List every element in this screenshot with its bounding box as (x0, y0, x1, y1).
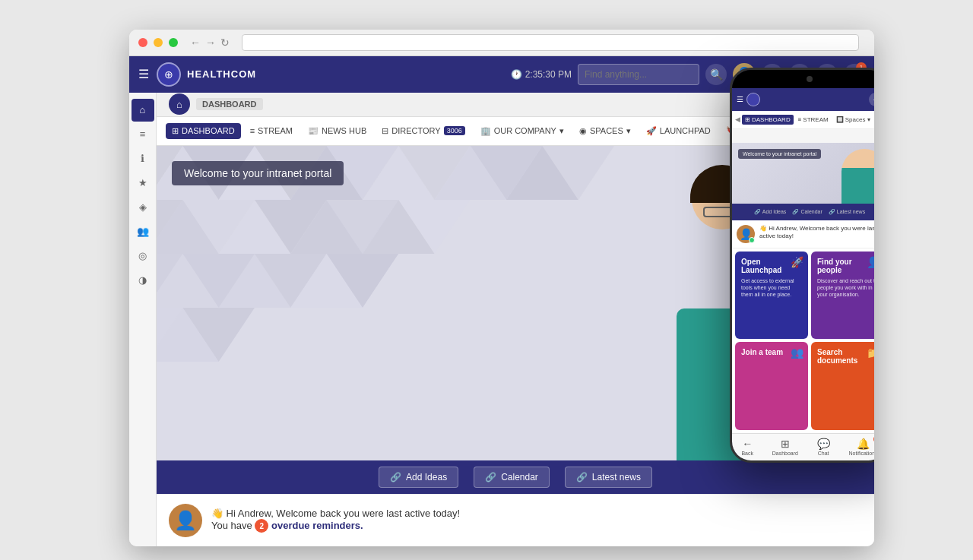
phone-hero: Welcome to your intranet portal (732, 143, 874, 204)
spaces-dropdown-icon: ▾ (626, 126, 631, 136)
phone-bottom-dashboard[interactable]: ⊞ Dashboard (772, 438, 798, 456)
phone-bottom-nav: ← Back ⊞ Dashboard 💬 Chat 🔔 Notification… (732, 433, 874, 460)
phone-calendar-btn[interactable]: 🔗 Calendar (792, 209, 822, 215)
phone-content: ☰ + ◀ ⊞ DASHBOARD ≡ STREAM 🔲 Spaces ▾ (732, 88, 874, 433)
phone-tile-launchpad[interactable]: 🚀 Open Launchpad Get access to external … (735, 252, 808, 340)
browser-chrome: ← → ↻ (129, 30, 874, 56)
action-bar: 🔗 Add Ideas 🔗 Calendar 🔗 Latest news (157, 460, 874, 494)
overdue-count-badge: 2 (255, 519, 268, 533)
phone-secondary-nav: ◀ ⊞ DASHBOARD ≡ STREAM 🔲 Spaces ▾ (732, 111, 874, 129)
phone-bottom-chat[interactable]: 💬 Chat (817, 438, 830, 456)
breadcrumb-label: DASHBOARD (196, 98, 263, 110)
clock-icon: 🕐 (511, 69, 522, 80)
phone-nav-dashboard[interactable]: ⊞ DASHBOARD (742, 115, 794, 125)
search-button[interactable]: 🔍 (705, 64, 727, 85)
user-avatar-large: 👤 (169, 504, 202, 537)
phone-bottom-back[interactable]: ← Back (741, 438, 753, 456)
phone-tile-join-team[interactable]: 👥 Join a team (735, 342, 808, 430)
overdue-message: You have 2 overdue reminders. (211, 519, 460, 533)
address-bar[interactable] (242, 34, 859, 51)
launchpad-icon: 🚀 (646, 126, 657, 136)
reload-icon[interactable]: ↻ (220, 36, 230, 49)
back-arrow-icon[interactable]: ← (190, 36, 201, 49)
hero-welcome-badge: Welcome to your intranet portal (172, 161, 344, 185)
browser-window: ← → ↻ ☰ ⊕ HEALTHCOM 🕐 2:35:30 PM 🔍 👤 + 🔗 (129, 30, 874, 546)
sidebar-item-info[interactable]: ℹ (132, 147, 154, 170)
phone-tile-people[interactable]: 👤 Find your people Discover and reach ou… (811, 252, 874, 340)
phone-add-ideas-btn[interactable]: 🔗 Add Ideas (754, 209, 787, 215)
add-ideas-icon: 🔗 (390, 472, 401, 482)
greeting-text: 👋 Hi Andrew, Welcome back you were last … (211, 508, 460, 519)
notifications-nav-icon: 🔔 (857, 438, 870, 450)
nav-newshub[interactable]: 📰 NEWS HUB (302, 123, 372, 139)
nav-directory[interactable]: ⊟ DIRECTORY 3006 (376, 123, 471, 139)
calendar-icon: 🔗 (485, 472, 496, 482)
phone-latest-news-btn[interactable]: 🔗 Latest news (829, 209, 865, 215)
logo-area: ⊕ HEALTHCOM (157, 62, 256, 87)
stream-icon: ≡ (250, 126, 255, 135)
search-docs-tile-icon: 📁 (867, 346, 874, 359)
phone-header: ☰ + (732, 88, 874, 111)
phone-logo (746, 93, 760, 106)
nav-dashboard[interactable]: ⊞ DASHBOARD (166, 123, 241, 139)
app-logo: ⊕ (157, 62, 181, 87)
hamburger-icon[interactable]: ☰ (138, 67, 149, 81)
nav-stream[interactable]: ≡ STREAM (244, 123, 299, 138)
close-dot[interactable] (138, 38, 147, 47)
latest-news-button[interactable]: 🔗 Latest news (565, 467, 652, 488)
phone-greeting-text: 👋 Hi Andrew, Welcome back you were last … (759, 225, 874, 241)
launchpad-tile-icon: 🚀 (791, 256, 803, 268)
news-icon: 📰 (308, 126, 319, 136)
online-indicator (749, 237, 755, 243)
phone-hamburger-icon[interactable]: ☰ (737, 95, 743, 103)
welcome-strip: 👤 👋 Hi Andrew, Welcome back you were las… (157, 494, 874, 546)
phone-welcome-msg: 👤 👋 Hi Andrew, Welcome back you were las… (732, 220, 874, 248)
phone-settings-row: ⚙ (732, 129, 874, 143)
company-icon: 🏢 (480, 126, 491, 136)
minimize-dot[interactable] (154, 38, 163, 47)
phone-nav-stream[interactable]: ≡ STREAM (795, 115, 832, 125)
sidebar-item-bookmark[interactable]: ◈ (132, 196, 154, 219)
phone-add-button[interactable]: + (869, 93, 874, 106)
global-search-input[interactable] (578, 64, 699, 85)
sidebar-item-half[interactable]: ◑ (132, 269, 154, 292)
nav-launchpad[interactable]: 🚀 LAUNCHPAD (640, 123, 717, 139)
maximize-dot[interactable] (169, 38, 178, 47)
nav-company[interactable]: 🏢 OUR COMPANY ▾ (474, 123, 570, 139)
phone-tiles: 🚀 Open Launchpad Get access to external … (732, 248, 874, 433)
directory-icon: ⊟ (382, 126, 388, 136)
header-time: 🕐 2:35:30 PM (511, 69, 572, 80)
sidebar-item-list[interactable]: ≡ (132, 123, 154, 146)
home-breadcrumb-icon[interactable]: ⌂ (169, 93, 190, 115)
latest-news-icon: 🔗 (576, 472, 588, 482)
sidebar-item-star[interactable]: ★ (132, 172, 154, 195)
phone-back-btn[interactable]: ◀ (735, 115, 740, 123)
phone-tile-search-docs[interactable]: 📁 Search documents (811, 342, 874, 430)
phone-notch (732, 70, 874, 88)
sidebar-item-home[interactable]: ⌂ (132, 99, 154, 122)
welcome-message: 👋 Hi Andrew, Welcome back you were last … (211, 508, 460, 533)
directory-badge: 3006 (444, 126, 465, 135)
nav-spaces[interactable]: ◉ SPACES ▾ (573, 123, 637, 139)
sidebar-item-circle[interactable]: ◎ (132, 245, 154, 267)
people-tile-icon: 👤 (867, 256, 874, 268)
browser-nav: ← → ↻ (190, 36, 230, 49)
spaces-icon: ◉ (579, 126, 587, 136)
phone-camera (807, 76, 813, 82)
phone-bottom-notifications[interactable]: 🔔 Notifications (848, 438, 874, 456)
calendar-button[interactable]: 🔗 Calendar (474, 467, 550, 488)
phone-welcome-badge: Welcome to your intranet portal (738, 149, 821, 159)
forward-arrow-icon[interactable]: → (205, 36, 216, 49)
dashboard-nav-icon: ⊞ (781, 438, 790, 450)
add-ideas-button[interactable]: 🔗 Add Ideas (379, 467, 458, 488)
app-title: HEALTHCOM (187, 68, 256, 80)
dashboard-icon: ⊞ (172, 126, 179, 136)
chat-nav-icon: 💬 (817, 438, 830, 450)
company-dropdown-icon: ▾ (559, 126, 564, 136)
join-team-tile-icon: 👥 (791, 346, 803, 359)
phone-user-avatar: 👤 (737, 225, 755, 243)
phone-device: ☰ + ◀ ⊞ DASHBOARD ≡ STREAM 🔲 Spaces ▾ (730, 68, 874, 463)
back-nav-icon: ← (742, 438, 753, 450)
phone-nav-spaces[interactable]: 🔲 Spaces ▾ (833, 115, 873, 125)
sidebar-item-people[interactable]: 👥 (132, 220, 154, 243)
